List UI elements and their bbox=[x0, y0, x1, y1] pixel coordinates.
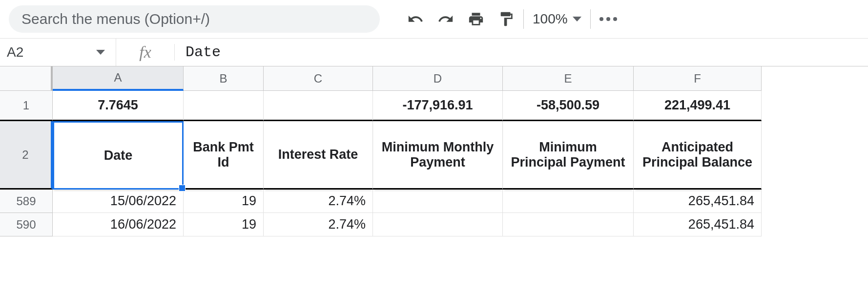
toolbar-divider bbox=[590, 9, 591, 29]
cell[interactable]: 19 bbox=[184, 190, 264, 213]
toolbar: 100% bbox=[0, 0, 868, 38]
cell[interactable] bbox=[373, 190, 503, 213]
cell[interactable]: 265,451.84 bbox=[634, 190, 762, 213]
column-header-F[interactable]: F bbox=[634, 66, 762, 91]
redo-icon[interactable] bbox=[437, 11, 454, 27]
cell[interactable]: Minimum Monthly Payment bbox=[373, 121, 503, 190]
cell[interactable] bbox=[184, 91, 264, 121]
cell[interactable]: Minimum Principal Payment bbox=[503, 121, 634, 190]
undo-icon[interactable] bbox=[407, 11, 424, 27]
select-all-corner[interactable] bbox=[0, 66, 53, 91]
formula-input[interactable] bbox=[175, 44, 868, 61]
spreadsheet-grid: A B C D E F 1 7.7645 -177,916.91 -58,500… bbox=[0, 66, 868, 236]
chevron-down-icon bbox=[96, 50, 105, 55]
cell[interactable] bbox=[373, 213, 503, 236]
cell-reference: A2 bbox=[7, 44, 23, 60]
cell[interactable]: 221,499.41 bbox=[634, 91, 762, 121]
cell[interactable]: 15/06/2022 bbox=[53, 190, 184, 213]
cell[interactable]: 2.74% bbox=[264, 213, 373, 236]
cell[interactable] bbox=[503, 190, 634, 213]
paint-format-icon[interactable] bbox=[498, 11, 515, 27]
cell[interactable]: 265,451.84 bbox=[634, 213, 762, 236]
row-header[interactable]: 590 bbox=[0, 213, 53, 236]
row-header[interactable]: 2 bbox=[0, 121, 53, 190]
menu-search[interactable] bbox=[9, 5, 380, 33]
name-box[interactable]: A2 bbox=[0, 39, 116, 66]
cell[interactable]: 7.7645 bbox=[53, 91, 184, 121]
column-header-D[interactable]: D bbox=[373, 66, 503, 91]
cell-selected[interactable]: Date bbox=[53, 121, 184, 190]
cell[interactable]: -177,916.91 bbox=[373, 91, 503, 121]
column-header-A[interactable]: A bbox=[53, 66, 184, 91]
column-header-E[interactable]: E bbox=[503, 66, 634, 91]
column-header-C[interactable]: C bbox=[264, 66, 373, 91]
menu-search-input[interactable] bbox=[21, 11, 362, 27]
chevron-down-icon bbox=[573, 17, 581, 21]
toolbar-divider bbox=[523, 9, 524, 29]
cell[interactable]: -58,500.59 bbox=[503, 91, 634, 121]
formula-bar: A2 fx bbox=[0, 38, 868, 66]
cell[interactable]: 2.74% bbox=[264, 190, 373, 213]
cell[interactable] bbox=[264, 91, 373, 121]
fx-icon: fx bbox=[116, 44, 175, 61]
cell[interactable]: Bank Pmt Id bbox=[184, 121, 264, 190]
toolbar-icons bbox=[407, 11, 515, 27]
row-header[interactable]: 1 bbox=[0, 91, 53, 121]
cell[interactable]: 19 bbox=[184, 213, 264, 236]
column-header-B[interactable]: B bbox=[184, 66, 264, 91]
zoom-label: 100% bbox=[533, 11, 568, 27]
cell[interactable]: Interest Rate bbox=[264, 121, 373, 190]
cell[interactable]: 16/06/2022 bbox=[53, 213, 184, 236]
print-icon[interactable] bbox=[468, 11, 484, 27]
cell[interactable]: Anticipated Principal Balance bbox=[634, 121, 762, 190]
zoom-dropdown[interactable]: 100% bbox=[533, 11, 581, 27]
row-header[interactable]: 589 bbox=[0, 190, 53, 213]
cell[interactable] bbox=[503, 213, 634, 236]
more-icon[interactable] bbox=[599, 17, 617, 21]
